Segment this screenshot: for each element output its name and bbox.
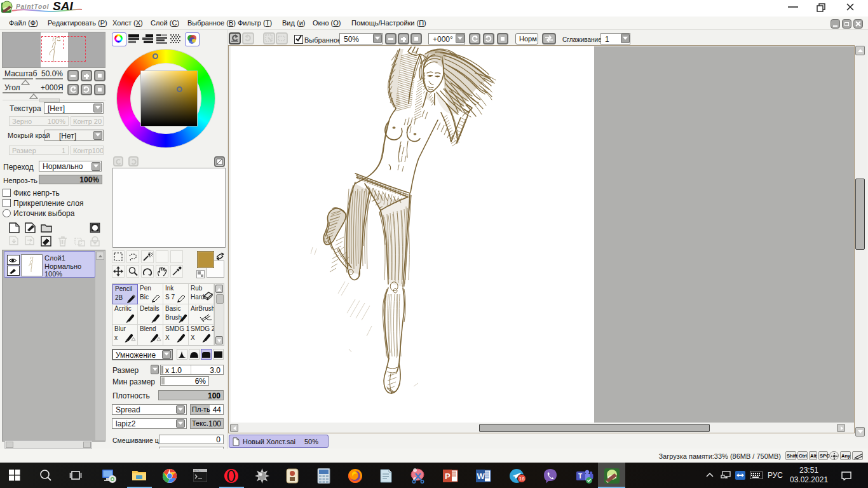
svg-text:W: W [477,471,485,481]
svg-text:C:\_: C:\_ [194,470,201,472]
svg-text:T: T [578,473,582,480]
svg-text:16: 16 [519,476,525,482]
svg-text:P: P [445,471,451,481]
